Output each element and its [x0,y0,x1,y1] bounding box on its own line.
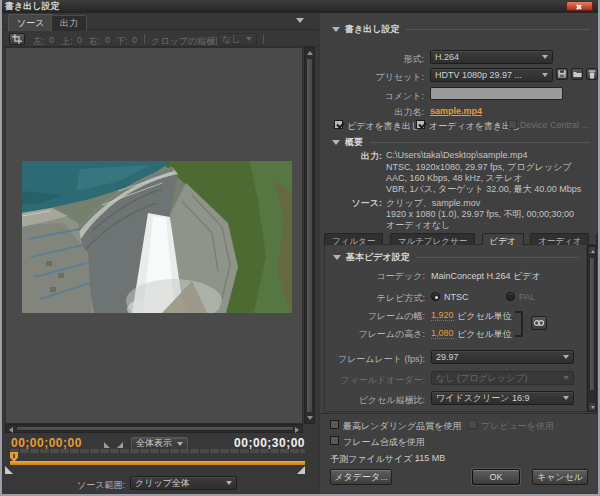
metadata-button[interactable]: メタデータ... [330,469,392,485]
frame-width-value[interactable]: 1,920 [431,310,454,321]
settings-panel: 書き出し設定 形式: H.264 プリセット: HDTV 1080p 29.97… [320,13,598,494]
scroll-right-icon[interactable] [295,427,299,433]
preset-label: プリセット: [320,71,424,84]
pal-radio[interactable] [506,292,515,301]
summary-header[interactable]: 概要 [332,136,590,149]
link-bracket [515,311,523,337]
scroll-down-icon[interactable] [307,416,313,420]
chevron-down-icon [542,55,548,59]
crop-icon [12,34,22,44]
crop-right-value[interactable]: 0 [105,35,110,45]
zoom-in-icon[interactable] [117,442,123,448]
export-audio-checkbox[interactable] [416,120,425,129]
hscroll-thumb[interactable] [16,426,294,431]
preview-hscrollbar[interactable] [5,424,303,433]
range-start-handle[interactable] [5,466,13,474]
frame-width-unit: ピクセル単位 [457,310,512,323]
summary-source-label: ソース: [340,197,382,210]
panel-menu-icon[interactable] [296,18,304,23]
scroll-up-button[interactable] [588,246,596,255]
pixel-aspect-dropdown[interactable]: ワイドスクリーン 16:9 [431,391,574,405]
framerate-label: フレームレート (fps): [325,353,425,366]
device-central-checkbox [508,120,517,129]
settings-vscrollbar[interactable] [587,245,597,412]
field-order-label: フィールドオーダー: [325,374,425,387]
device-central-label: Device Central ... [520,120,589,130]
chevron-down-icon [177,442,183,446]
crop-top-value[interactable]: 0 [77,35,82,45]
output-name-link[interactable]: sample.mp4 [430,106,482,116]
format-dropdown[interactable]: H.264 [430,50,553,64]
preview-tabbar: ソース 出力 [3,13,319,30]
work-area-bar[interactable] [10,461,305,465]
comment-label: コメント: [320,90,424,103]
use-preview-checkbox [468,420,477,429]
vscroll-thumb[interactable] [306,58,313,413]
header-rule [406,29,590,30]
ok-button[interactable]: OK [472,469,520,485]
folder-icon [573,70,582,78]
export-settings-title: 書き出し設定 [345,23,399,36]
zoom-out-icon[interactable] [104,442,110,448]
cancel-button[interactable]: キャンセル [532,469,588,485]
settings-tabbar: フィルター マルチプレクサー ビデオ オーディオ FTP [324,230,594,245]
source-range-label: ソース範囲: [63,479,125,492]
toolbar-divider [144,34,145,44]
timeline-ruler[interactable] [10,449,305,453]
playhead-grip [13,454,15,458]
preview-vscrollbar[interactable] [304,47,315,424]
titlebar[interactable]: 書き出し設定 [0,0,600,13]
pal-label: PAL [519,292,535,302]
toolbar-divider [263,34,264,44]
summary-output-line: C:\Users\taka\Desktop\sample.mp4 [386,150,528,160]
range-end-handle[interactable] [297,466,305,474]
export-settings-header[interactable]: 書き出し設定 [332,23,590,36]
crop-tool-button[interactable] [9,33,25,45]
frame-blend-label: フレーム合成を使用 [343,436,425,449]
preset-value: HDTV 1080p 29.97 ... [435,70,522,80]
close-button[interactable] [566,1,593,11]
source-range-dropdown[interactable]: クリップ全体 [130,476,237,490]
chevron-down-icon [563,355,569,359]
video-frame-dam [22,161,292,313]
save-preset-button[interactable] [556,68,568,80]
crop-bottom-value[interactable]: 0 [132,35,137,45]
export-video-checkbox[interactable] [334,120,343,129]
scroll-left-icon[interactable] [9,427,13,433]
chevron-down-icon [563,396,569,400]
delete-preset-button[interactable] [586,68,598,80]
ntsc-radio[interactable] [431,292,440,301]
frame-height-value[interactable]: 1,080 [431,328,454,339]
preset-dropdown[interactable]: HDTV 1080p 29.97 ... [430,68,553,82]
disclosure-triangle-icon[interactable] [333,255,341,260]
settings-scroll-thumb[interactable] [589,257,595,391]
framerate-dropdown[interactable]: 29.97 [431,350,574,364]
import-preset-button[interactable] [571,68,583,80]
disclosure-triangle-icon[interactable] [332,27,340,32]
field-order-dropdown: なし (プログレッシブ) [431,371,574,385]
footer-divider [320,413,598,414]
basic-video-header[interactable]: 基本ビデオ設定 [333,251,579,264]
chevron-down-icon [563,376,569,380]
frame-height-unit: ピクセル単位 [457,328,512,341]
chain-link-icon [533,319,545,327]
crop-left-value[interactable]: 0 [49,35,54,45]
video-preview-canvas[interactable] [5,47,303,424]
tv-standard-label: テレビ方式: [325,292,425,305]
format-label: 形式: [320,53,424,66]
crop-ratio-value: なし [222,33,240,45]
pixel-aspect-value: ワイドスクリーン 16:9 [436,392,530,405]
use-preview-label: プレビューを使用 [481,420,554,433]
link-dimensions-button[interactable] [531,316,547,330]
estimated-size-label: 予測ファイルサイズ : [330,453,417,466]
summary-output-label: 出力: [340,150,382,163]
disclosure-triangle-icon[interactable] [332,140,340,145]
scroll-down-button[interactable] [588,402,596,411]
max-render-quality-checkbox[interactable] [330,420,339,429]
crop-ratio-dropdown: なし [217,33,257,45]
scroll-up-icon[interactable] [307,51,313,55]
frame-blend-checkbox[interactable] [330,436,339,445]
comment-input[interactable] [430,87,563,100]
codec-label: コーデック: [325,270,425,283]
source-range-value: クリップ全体 [135,477,190,490]
